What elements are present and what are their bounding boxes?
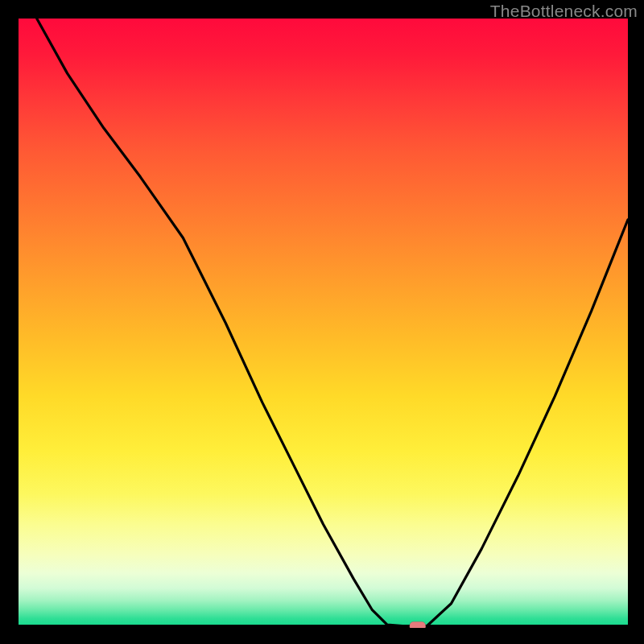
chart-svg [19, 19, 628, 628]
bottleneck-curve [37, 19, 628, 626]
plot-area [19, 19, 628, 628]
optimal-marker [410, 621, 426, 628]
chart-frame: TheBottleneck.com [0, 0, 644, 644]
